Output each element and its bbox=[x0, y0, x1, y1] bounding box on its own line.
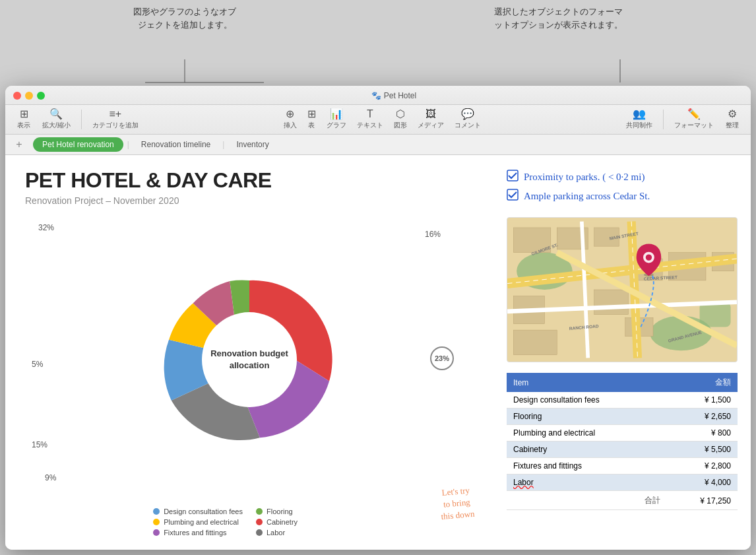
handwriting-annotation: Let's tryto bringthis down bbox=[439, 484, 475, 523]
tab-inventory[interactable]: Inventory bbox=[226, 136, 279, 153]
table-cell-amount: ¥ 1,500 bbox=[667, 392, 738, 408]
minimize-button[interactable] bbox=[25, 92, 33, 100]
table-header-item: Item bbox=[507, 373, 667, 392]
svg-rect-14 bbox=[513, 330, 557, 355]
note-line1: Proximity to parks. ( < 0·2 mi) bbox=[524, 168, 645, 186]
legend-label-fixtures: Fixtures and fittings bbox=[164, 529, 226, 537]
callout-circle: 23% bbox=[430, 346, 454, 370]
legend-fixtures: Fixtures and fittings bbox=[153, 529, 243, 537]
collab-button[interactable]: 👥 共同制作 bbox=[622, 108, 656, 131]
category-icon: ≡+ bbox=[109, 109, 121, 119]
app-window: 🐾 Pet Hotel ⊞ 表示 🔍 拡大/縮小 ≡+ カテゴリを追加 ⊕ bbox=[5, 86, 751, 550]
category-label: カテゴリを追加 bbox=[92, 121, 139, 130]
table-icon: ⊞ bbox=[307, 109, 316, 119]
close-button[interactable] bbox=[13, 92, 21, 100]
table-row: Plumbing and electrical ¥ 800 bbox=[507, 425, 738, 441]
shapes-icon: ⬡ bbox=[396, 109, 405, 119]
tab-renovation-timeline[interactable]: Renovation timeline bbox=[131, 136, 221, 153]
svg-rect-9 bbox=[700, 302, 731, 327]
percent-5: 5% bbox=[32, 360, 43, 369]
toolbar-center: ⊕ 挿入 ⊞ 表 📊 グラフ T テキスト ⬡ 図形 🖼 メディア bbox=[145, 108, 619, 131]
legend-plumbing: Plumbing and electrical bbox=[153, 518, 243, 526]
table-row: Design consultation fees ¥ 1,500 bbox=[507, 392, 738, 408]
window-title-text: Pet Hotel bbox=[384, 91, 416, 100]
handwritten-notes: Proximity to parks. ( < 0·2 mi) Ample pa… bbox=[507, 168, 738, 207]
tabbar: + Pet Hotel renovation | Renovation time… bbox=[5, 135, 751, 155]
percent-15: 15% bbox=[32, 440, 47, 449]
left-panel: PET HOTEL & DAY CARE Renovation Project … bbox=[5, 155, 493, 550]
callout-text: 23% bbox=[435, 354, 449, 362]
table-cell-item: Plumbing and electrical bbox=[507, 425, 667, 441]
comment-label: コメント bbox=[455, 121, 481, 130]
chart-label: グラフ bbox=[327, 121, 346, 130]
organize-button[interactable]: ⚙ 整理 bbox=[722, 108, 743, 131]
table-cell-amount: ¥ 4,000 bbox=[667, 474, 738, 491]
annotation-right-text: 選択したオブジェクトのフォーマットオプションが表示されます。 bbox=[494, 7, 623, 30]
legend-dot-plumbing bbox=[153, 519, 160, 525]
table-button[interactable]: ⊞ 表 bbox=[303, 108, 320, 131]
table-cell-item: Fixtures and fittings bbox=[507, 458, 667, 474]
chart-center-line1: Renovation budget bbox=[210, 348, 288, 358]
table-row: Fixtures and fittings ¥ 2,800 bbox=[507, 458, 738, 474]
annotations: 図形やグラフのようなオブジェクトを追加します。 選択したオブジェクトのフォーマッ… bbox=[0, 0, 756, 86]
text-button[interactable]: T テキスト bbox=[353, 108, 387, 131]
chart-with-labels: 32% 5% 15% 9% 16% bbox=[25, 216, 474, 502]
window-title-icon: 🐾 bbox=[371, 91, 381, 100]
format-icon: ✏️ bbox=[687, 109, 701, 119]
annotation-left: 図形やグラフのようなオブジェクトを追加します。 bbox=[132, 5, 237, 31]
table-label: 表 bbox=[308, 121, 315, 130]
comment-button[interactable]: 💬 コメント bbox=[451, 108, 485, 131]
table-cell-item: Labor bbox=[507, 474, 667, 491]
legend-label-cabinetry: Cabinetry bbox=[267, 518, 298, 526]
chart-icon: 📊 bbox=[330, 109, 343, 119]
percent-9: 9% bbox=[45, 473, 56, 482]
document-subtitle: Renovation Project – November 2020 bbox=[25, 195, 474, 206]
maximize-button[interactable] bbox=[37, 92, 45, 100]
category-button[interactable]: ≡+ カテゴリを追加 bbox=[88, 108, 142, 131]
table-cell-item: Flooring bbox=[507, 408, 667, 425]
checkbox-item-2: Ample parking across Cedar St. bbox=[507, 187, 738, 205]
format-label: フォーマット bbox=[674, 121, 714, 130]
table-total-row: 合計 ¥ 17,250 bbox=[507, 491, 738, 510]
toolbar: ⊞ 表示 🔍 拡大/縮小 ≡+ カテゴリを追加 ⊕ 挿入 ⊞ 表 bbox=[5, 105, 751, 135]
toolbar-right: 👥 共同制作 ✏️ フォーマット ⚙ 整理 bbox=[622, 108, 743, 131]
legend-cabinetry: Cabinetry bbox=[256, 518, 346, 526]
zoom-label: 拡大/縮小 bbox=[42, 121, 71, 130]
table-cell-amount: ¥ 2,800 bbox=[667, 458, 738, 474]
table-row: Labor ¥ 4,000 bbox=[507, 474, 738, 491]
labor-text: Labor bbox=[513, 478, 534, 487]
view-icon: ⊞ bbox=[20, 109, 28, 119]
budget-table: Item 金額 Design consultation fees ¥ 1,500… bbox=[507, 373, 738, 510]
media-icon: 🖼 bbox=[425, 109, 436, 119]
add-tab-button[interactable]: + bbox=[13, 139, 25, 150]
text-icon: T bbox=[367, 109, 373, 119]
document-title: PET HOTEL & DAY CARE bbox=[25, 168, 474, 193]
callout-23-area: 23% bbox=[430, 346, 454, 370]
tab-pet-hotel-renovation[interactable]: Pet Hotel renovation bbox=[33, 137, 123, 152]
collab-icon: 👥 bbox=[633, 109, 646, 119]
insert-button[interactable]: ⊕ 挿入 bbox=[280, 108, 301, 131]
titlebar: 🐾 Pet Hotel bbox=[5, 86, 751, 105]
comment-icon: 💬 bbox=[461, 109, 474, 119]
map: MAIN STREET CEDAR STREET GILMORE ST. RAN… bbox=[507, 217, 738, 362]
zoom-button[interactable]: 🔍 拡大/縮小 bbox=[38, 108, 75, 131]
chart-area: 32% 5% 15% 9% 16% bbox=[25, 216, 474, 537]
table-total-amount: ¥ 17,250 bbox=[667, 491, 738, 510]
legend-design: Design consultation fees bbox=[153, 507, 243, 515]
svg-rect-15 bbox=[594, 290, 629, 315]
table-total-label: 合計 bbox=[507, 491, 667, 510]
table-cell-amount: ¥ 5,500 bbox=[667, 441, 738, 458]
window-title: 🐾 Pet Hotel bbox=[45, 91, 743, 100]
legend-label-plumbing: Plumbing and electrical bbox=[164, 518, 239, 526]
view-button[interactable]: ⊞ 表示 bbox=[13, 108, 34, 131]
main-content: PET HOTEL & DAY CARE Renovation Project … bbox=[5, 155, 751, 550]
insert-label: 挿入 bbox=[284, 121, 297, 130]
view-label: 表示 bbox=[17, 121, 30, 130]
checkbox-1-icon bbox=[507, 170, 519, 181]
legend-dot-labor bbox=[256, 529, 263, 536]
shapes-button[interactable]: ⬡ 図形 bbox=[390, 108, 411, 131]
table-cell-item: Cabinetry bbox=[507, 441, 667, 458]
chart-button[interactable]: 📊 グラフ bbox=[323, 108, 350, 131]
media-button[interactable]: 🖼 メディア bbox=[414, 108, 448, 131]
format-button[interactable]: ✏️ フォーマット bbox=[670, 108, 718, 131]
